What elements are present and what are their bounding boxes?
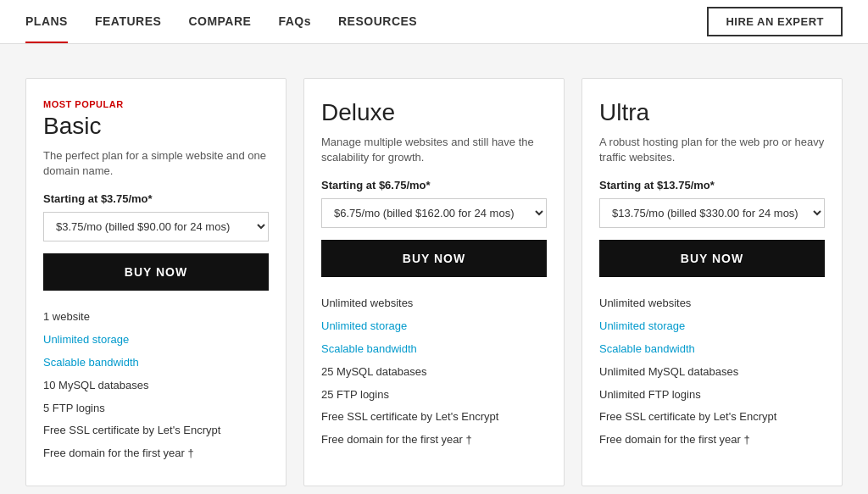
plan-billing-select[interactable]: $3.75/mo (billed $90.00 for 24 mos) [43, 212, 269, 241]
feature-item: Free domain for the first year † [599, 429, 825, 452]
feature-item: Unlimited storage [599, 315, 825, 338]
feature-item: Unlimited MySQL databases [599, 361, 825, 384]
starting-price: Starting at $13.75/mo* [599, 179, 825, 191]
feature-item: 25 MySQL databases [321, 361, 547, 384]
main-content: MOST POPULAR Basic The perfect plan for … [0, 44, 868, 494]
feature-item: Free domain for the first year † [321, 429, 547, 452]
feature-link[interactable]: Scalable bandwidth [43, 356, 139, 369]
feature-link[interactable]: Unlimited storage [321, 319, 407, 332]
starting-price: Starting at $3.75/mo* [43, 192, 269, 205]
plan-card-ultra: Ultra A robust hosting plan for the web … [581, 78, 843, 486]
feature-item: Scalable bandwidth [43, 352, 269, 375]
plan-name: Ultra [599, 99, 825, 126]
plan-name: Deluxe [321, 99, 547, 126]
feature-list: Unlimited websitesUnlimited storageScala… [599, 292, 825, 452]
nav-item-features[interactable]: FEATURES [95, 1, 161, 43]
plan-description: Manage multiple websites and still have … [321, 135, 547, 165]
feature-item: Free SSL certificate by Let's Encrypt [599, 406, 825, 429]
plan-description: A robust hosting plan for the web pro or… [599, 135, 825, 165]
feature-item: 10 MySQL databases [43, 375, 269, 397]
nav-item-faqs[interactable]: FAQs [278, 1, 311, 43]
feature-item: Free SSL certificate by Let's Encrypt [321, 406, 547, 429]
feature-item: Unlimited FTP logins [599, 384, 825, 407]
plan-billing-select[interactable]: $6.75/mo (billed $162.00 for 24 mos) [321, 198, 547, 228]
feature-list: 1 websiteUnlimited storageScalable bandw… [43, 306, 269, 465]
buy-now-button[interactable]: BUY NOW [599, 240, 825, 277]
feature-item: Scalable bandwidth [321, 338, 547, 361]
plan-description: The perfect plan for a simple website an… [43, 148, 269, 179]
feature-link[interactable]: Scalable bandwidth [321, 342, 417, 355]
buy-now-button[interactable]: BUY NOW [321, 240, 547, 277]
feature-item: Unlimited storage [321, 315, 547, 338]
most-popular-badge: MOST POPULAR [43, 99, 269, 109]
feature-item: Unlimited storage [43, 329, 269, 352]
feature-item: 1 website [43, 306, 269, 329]
plan-card-basic: MOST POPULAR Basic The perfect plan for … [25, 78, 287, 486]
feature-link[interactable]: Scalable bandwidth [599, 342, 695, 355]
buy-now-button[interactable]: BUY NOW [43, 253, 269, 291]
plan-card-deluxe: Deluxe Manage multiple websites and stil… [303, 78, 565, 486]
nav-item-resources[interactable]: RESOURCES [338, 1, 417, 43]
feature-item: Scalable bandwidth [599, 338, 825, 361]
feature-item: 5 FTP logins [43, 397, 269, 420]
feature-item: Unlimited websites [599, 292, 825, 315]
feature-item: Free domain for the first year † [43, 442, 269, 465]
feature-list: Unlimited websitesUnlimited storageScala… [321, 292, 547, 452]
feature-item: Free SSL certificate by Let's Encrypt [43, 419, 269, 442]
feature-item: 25 FTP logins [321, 384, 547, 407]
nav-item-plans[interactable]: PLANS [25, 1, 68, 43]
feature-link[interactable]: Unlimited storage [43, 333, 129, 346]
plan-billing-select[interactable]: $13.75/mo (billed $330.00 for 24 mos) [599, 198, 825, 228]
plans-grid: MOST POPULAR Basic The perfect plan for … [25, 78, 843, 486]
feature-link[interactable]: Unlimited storage [599, 319, 685, 332]
navigation: PLANS FEATURES COMPARE FAQs RESOURCES HI… [0, 0, 868, 44]
feature-item: Unlimited websites [321, 292, 547, 315]
nav-links: PLANS FEATURES COMPARE FAQs RESOURCES [25, 1, 707, 43]
starting-price: Starting at $6.75/mo* [321, 179, 547, 191]
plan-name: Basic [43, 113, 269, 140]
hire-expert-button[interactable]: HIRE AN EXPERT [707, 7, 843, 36]
nav-item-compare[interactable]: COMPARE [188, 1, 251, 43]
